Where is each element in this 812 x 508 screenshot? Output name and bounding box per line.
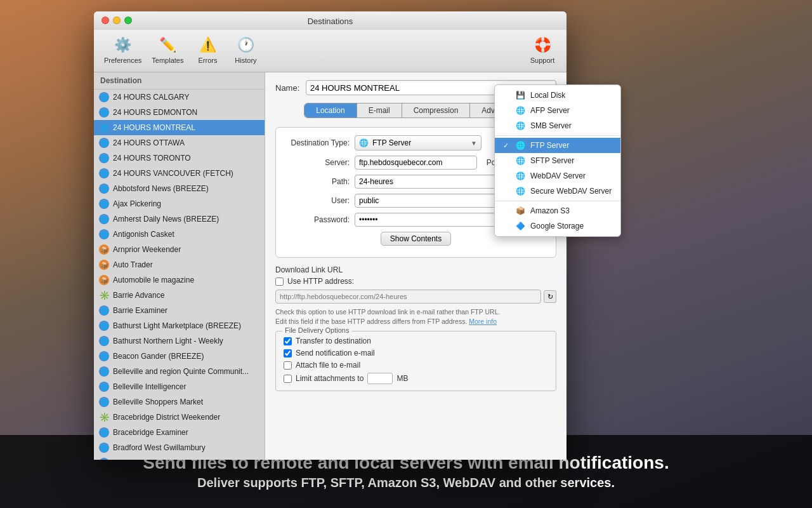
sidebar-item-bellevilleregion[interactable]: 🌐 Belleville and region Quinte Communit.…	[94, 364, 265, 379]
errors-label: Errors	[198, 57, 217, 64]
file-delivery-section: File Delivery Options Transfer to destin…	[275, 331, 556, 391]
dropdown-sftpserver[interactable]: 🌐 SFTP Server	[495, 153, 620, 168]
send-notification-checkbox[interactable]	[284, 349, 292, 358]
sidebar-item-24hvancouver[interactable]: 🌐 24 HOURS VANCOUVER (FETCH)	[94, 166, 265, 181]
toolbar-history[interactable]: 🕐 History	[226, 32, 265, 67]
google-icon: 🔷	[515, 221, 525, 231]
dropdown-securewebdav-label: Secure WebDAV Server	[530, 187, 612, 196]
dropdown-webdavserver-label: WebDAV Server	[530, 171, 586, 180]
transfer-checkbox[interactable]	[284, 337, 292, 345]
sidebar-item-amherst[interactable]: 🌐 Amherst Daily News (BREEZE)	[94, 211, 265, 227]
sidebar-item-bathurstrlight[interactable]: 🌐 Bathurst Light Marketplace (BREEZE)	[94, 318, 265, 333]
globe-icon: 🌐	[99, 443, 109, 453]
sidebar-item-bradfordwest[interactable]: 🌐 Bradford West Gwillambury	[94, 440, 265, 455]
tab-email[interactable]: E-mail	[357, 104, 402, 117]
sidebar-item-antigonish[interactable]: 🌐 Antigonish Casket	[94, 227, 265, 242]
dropdown-afpserver-label: AFP Server	[530, 106, 570, 115]
dropdown-googlestorage-label: Google Storage	[530, 222, 584, 231]
amazon-icon: 📦	[515, 206, 525, 216]
use-http-checkbox[interactable]	[275, 277, 284, 286]
sidebar-item-bracebridgedistrict[interactable]: ✳️ Bracebridge District Weekender	[94, 410, 265, 425]
globe-icon: 🌐	[99, 351, 109, 361]
attach-file-checkbox[interactable]	[284, 361, 292, 370]
box-icon: 📦	[99, 244, 109, 255]
limit-input[interactable]	[367, 373, 393, 384]
sidebar-header: Destination	[94, 72, 265, 90]
securewebdav-icon: 🌐	[515, 186, 525, 196]
support-label: Support	[530, 57, 555, 64]
globe-icon: 🌐	[99, 458, 109, 460]
limit-checkbox[interactable]	[284, 375, 292, 383]
sidebar-item-beacongander[interactable]: 🌐 Beacon Gander (BREEZE)	[94, 349, 265, 364]
afp-icon: 🌐	[515, 105, 525, 116]
sidebar-item-brampton[interactable]: 🌐 Brampton Guardian	[94, 455, 265, 460]
globe-icon: 🌐	[99, 305, 109, 316]
toolbar-support[interactable]: 🛟 Support	[523, 32, 561, 67]
sidebar-item-barrieexaminer[interactable]: 🌐 Barrie Examiner	[94, 303, 265, 318]
sidebar-item-24hcalgary[interactable]: 🌐 24 HOURS CALGARY	[94, 90, 265, 105]
server-input[interactable]	[355, 156, 477, 170]
toolbar-preferences[interactable]: ⚙️ Preferences	[99, 32, 147, 67]
sidebar-item-24hmontreal[interactable]: 🌐 24 HOURS MONTREAL	[94, 120, 265, 135]
attach-file-row: Attach file to e-mail	[284, 361, 548, 370]
show-contents-button[interactable]: Show Contents	[381, 232, 451, 246]
sidebar-item-abbotsford[interactable]: 🌐 Abbotsford News (BREEZE)	[94, 181, 265, 196]
sidebar-item-ajaxpickering[interactable]: 🌐 Ajax Pickering	[94, 196, 265, 211]
globe-icon: 🌐	[99, 199, 109, 209]
path-label: Path:	[286, 177, 350, 186]
checkmark-icon: ✓	[501, 142, 510, 150]
sidebar-item-bellevilleintel[interactable]: 🌐 Belleville Intelligencer	[94, 379, 265, 394]
sidebar-item-bathurstnorthern[interactable]: 🌐 Bathurst Northern Light - Weekly	[94, 333, 265, 349]
dropdown-webdavserver[interactable]: 🌐 WebDAV Server	[495, 168, 620, 184]
dropdown-sftpserver-label: SFTP Server	[530, 156, 574, 165]
toolbar-templates[interactable]: ✏️ Templates	[147, 32, 188, 67]
use-http-label: Use HTTP address:	[287, 277, 354, 286]
name-label: Name:	[275, 83, 301, 93]
http-url-input[interactable]	[275, 290, 541, 304]
dropdown-googlestorage[interactable]: 🔷 Google Storage	[495, 218, 620, 234]
dropdown-afpserver[interactable]: 🌐 AFP Server	[495, 103, 620, 118]
dropdown-localdisk-label: Local Disk	[530, 91, 565, 100]
tab-location[interactable]: Location	[304, 104, 357, 117]
dropdown-separator2	[495, 201, 620, 201]
disk-icon: 💾	[515, 90, 525, 100]
dropdown-amazons3-label: Amazon S3	[530, 206, 570, 215]
destination-type-select[interactable]: 🌐 FTP Server ▼	[355, 135, 481, 150]
sidebar-item-bracebridgeexaminer[interactable]: 🌐 Bracebridge Examiner	[94, 425, 265, 440]
toolbar-errors[interactable]: ⚠️ Errors	[188, 32, 226, 67]
password-label: Password:	[286, 215, 350, 224]
globe-icon: 🌐	[99, 336, 109, 346]
globe-icon: 🌐	[99, 382, 109, 392]
window-title: Destinations	[102, 17, 559, 26]
sidebar-item-autotrader[interactable]: 📦 Auto Trader	[94, 257, 265, 272]
sidebar-item-arnprior[interactable]: 📦 Arnprior Weekender	[94, 242, 265, 257]
sidebar: Destination 🌐 24 HOURS CALGARY 🌐 24 HOUR…	[94, 72, 265, 460]
history-icon: 🕐	[235, 35, 256, 55]
globe-icon: 🌐	[99, 168, 109, 178]
dropdown-ftpserver[interactable]: ✓ 🌐 FTP Server	[495, 138, 620, 153]
smb-icon: 🌐	[515, 121, 525, 131]
sidebar-item-bellevilleshopper[interactable]: 🌐 Belleville Shoppers Market	[94, 394, 265, 410]
tab-compression[interactable]: Compression	[402, 104, 471, 117]
globe-icon: 🌐	[99, 138, 109, 148]
sidebar-item-24hedmonton[interactable]: 🌐 24 HOURS EDMONTON	[94, 105, 265, 120]
globe-icon: 🌐	[99, 153, 109, 163]
user-label: User:	[286, 196, 350, 205]
server-label: Server:	[286, 158, 350, 167]
sidebar-item-automobile[interactable]: 📦 Automobile le magazine	[94, 272, 265, 288]
dropdown-localdisk[interactable]: 💾 Local Disk	[495, 88, 620, 103]
refresh-button[interactable]: ↻	[544, 290, 556, 303]
templates-icon: ✏️	[157, 35, 178, 55]
globe-icon: 🌐	[99, 321, 109, 331]
sidebar-item-24htoronto[interactable]: 🌐 24 HOURS TORONTO	[94, 150, 265, 166]
dropdown-securewebdav[interactable]: 🌐 Secure WebDAV Server	[495, 184, 620, 199]
sidebar-item-barrieadvance[interactable]: ✳️ Barrie Advance	[94, 288, 265, 303]
dropdown-amazons3[interactable]: 📦 Amazon S3	[495, 203, 620, 218]
more-info-link[interactable]: More info	[469, 318, 497, 325]
dropdown-smbserver[interactable]: 🌐 SMB Server	[495, 118, 620, 133]
globe-icon: 🌐	[99, 92, 109, 102]
support-icon: 🛟	[532, 35, 553, 55]
dropdown-separator	[495, 135, 620, 136]
sidebar-item-24hottawa[interactable]: 🌐 24 HOURS OTTAWA	[94, 135, 265, 150]
chevron-down-icon: ▼	[471, 140, 477, 147]
